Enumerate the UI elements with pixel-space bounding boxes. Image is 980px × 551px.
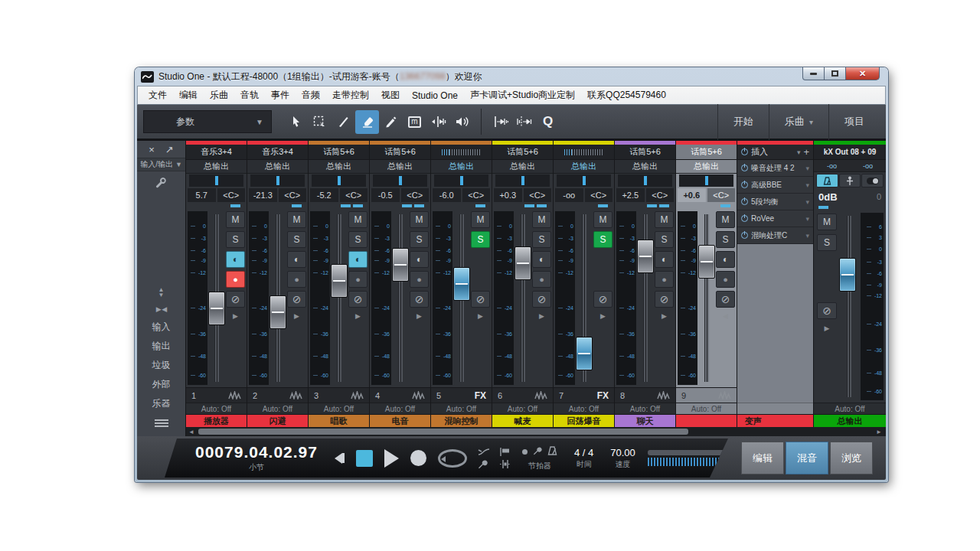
- input-gain-knob[interactable]: ⊘: [410, 291, 429, 308]
- params-dropdown[interactable]: 参数 ▼: [143, 110, 272, 133]
- menu-item[interactable]: 编辑: [173, 89, 204, 102]
- input-gain-knob[interactable]: ⊘: [716, 291, 735, 308]
- channel-output-route[interactable]: 总输出: [676, 160, 737, 174]
- setup-wrench-icon[interactable]: [137, 171, 185, 193]
- mute-tool[interactable]: m: [403, 110, 426, 134]
- quantize-tool[interactable]: Q: [536, 110, 560, 134]
- channel-label[interactable]: 喊麦: [492, 414, 553, 427]
- scroll-left-icon[interactable]: ◄: [186, 429, 197, 435]
- io-banks-dropdown[interactable]: 输入/输出▼: [137, 158, 185, 171]
- horizontal-scrollbar[interactable]: ◄ ►: [186, 427, 886, 436]
- automation-mode[interactable]: Auto: Off: [615, 403, 675, 414]
- precount-icon[interactable]: [522, 449, 528, 455]
- close-console-icon[interactable]: ×: [149, 144, 155, 155]
- pan-range-bar[interactable]: [353, 204, 363, 207]
- channel-input-name[interactable]: [554, 145, 614, 160]
- marker-icon[interactable]: [499, 448, 511, 456]
- expand-arrow-icon[interactable]: ▶: [478, 312, 483, 320]
- volume-value[interactable]: -21.3: [249, 188, 277, 202]
- pan-range-bar[interactable]: [414, 204, 424, 207]
- input-gain-knob[interactable]: ⊘: [655, 291, 674, 308]
- narrow-channels-icon[interactable]: ▶ ◀: [137, 301, 185, 318]
- fader[interactable]: [331, 211, 348, 385]
- metronome-setup-icon[interactable]: [533, 445, 542, 458]
- sidebar-bank-输出[interactable]: 输出: [137, 337, 185, 356]
- power-icon[interactable]: [741, 181, 748, 188]
- channel-input-name[interactable]: 话筒5+6: [492, 145, 553, 160]
- scrollbar-thumb[interactable]: [198, 429, 688, 435]
- comp-tool[interactable]: [512, 110, 536, 134]
- menu-item[interactable]: 文件: [142, 89, 173, 102]
- pan-value[interactable]: <C>: [217, 188, 246, 202]
- power-icon[interactable]: [741, 148, 748, 155]
- fader[interactable]: [392, 211, 409, 385]
- input-gain-knob[interactable]: ⊘: [471, 291, 490, 308]
- menu-item[interactable]: 乐曲: [204, 89, 234, 102]
- fader[interactable]: [839, 213, 859, 400]
- headphone-cue-toggle[interactable]: [861, 174, 884, 187]
- metronome-toggle[interactable]: [816, 174, 838, 187]
- record-arm-button[interactable]: ●: [287, 271, 306, 288]
- mute-button[interactable]: M: [348, 211, 368, 228]
- pan-value[interactable]: <C>: [585, 188, 613, 202]
- pan-range-bar[interactable]: [292, 204, 302, 207]
- expand-arrow-icon[interactable]: ▶: [233, 312, 238, 320]
- expand-arrow-icon[interactable]: ▶: [539, 312, 544, 320]
- input-gain-knob[interactable]: ⊘: [348, 291, 368, 308]
- chevron-down-icon[interactable]: ▾: [805, 165, 809, 172]
- fader-handle[interactable]: [637, 240, 654, 273]
- channel-label[interactable]: 聊天: [615, 414, 675, 427]
- fader-handle[interactable]: [514, 246, 531, 280]
- add-insert-icon[interactable]: +: [803, 147, 809, 157]
- view-button-浏览[interactable]: 浏览: [830, 442, 873, 474]
- mute-button[interactable]: M: [226, 211, 245, 228]
- expand-channels-icon[interactable]: ▲▼: [137, 284, 185, 301]
- automation-mode[interactable]: Auto: Off: [554, 403, 614, 414]
- volume-value[interactable]: -6.0: [433, 188, 461, 202]
- return-to-start-button[interactable]: [335, 453, 345, 464]
- volume-value[interactable]: 5.7: [188, 188, 216, 202]
- mute-button[interactable]: M: [817, 214, 837, 230]
- volume-value[interactable]: +0.6: [678, 188, 706, 202]
- mute-button[interactable]: M: [410, 211, 429, 228]
- pan-range-bar[interactable]: [475, 204, 485, 207]
- channel-input-name[interactable]: [431, 145, 492, 160]
- sidebar-bank-外部[interactable]: 外部: [137, 375, 185, 394]
- solo-button[interactable]: S: [226, 231, 245, 248]
- channel-output-route[interactable]: 总输出: [431, 160, 492, 174]
- fader[interactable]: [208, 211, 225, 385]
- fader[interactable]: [453, 211, 470, 385]
- channel-output-route[interactable]: 总输出: [247, 160, 308, 174]
- listen-tool[interactable]: [450, 110, 474, 134]
- solo-button[interactable]: S: [655, 231, 674, 248]
- record-button[interactable]: [410, 450, 426, 466]
- pan-range-bar[interactable]: [402, 204, 412, 207]
- channel-output-route[interactable]: 总输出: [615, 160, 675, 174]
- channel-input-name[interactable]: 音乐3+4: [247, 145, 308, 160]
- power-icon[interactable]: [741, 232, 748, 239]
- main-out-name[interactable]: kX Out 08 + 09: [814, 145, 886, 160]
- fader-handle[interactable]: [392, 248, 409, 282]
- pan-slider[interactable]: [373, 174, 427, 187]
- monitor-button[interactable]: ◐: [226, 251, 245, 268]
- menu-item[interactable]: 声卡调试+Studio商业定制: [464, 89, 581, 102]
- console-menu-icon[interactable]: [137, 413, 185, 433]
- view-switch-button[interactable]: 乐曲▾: [769, 104, 828, 140]
- automation-mode[interactable]: Auto: Off: [247, 403, 308, 414]
- record-arm-button[interactable]: ●: [532, 271, 551, 288]
- input-gain-knob[interactable]: ⊘: [817, 302, 837, 319]
- fader-handle[interactable]: [698, 245, 715, 279]
- pan-slider[interactable]: [434, 174, 488, 187]
- pan-slider[interactable]: [679, 174, 733, 187]
- arrow-tool[interactable]: [284, 110, 308, 134]
- bend-tool[interactable]: [426, 110, 450, 134]
- pan-range-bar[interactable]: [647, 204, 657, 207]
- channel-label[interactable]: 闪避: [247, 414, 308, 427]
- metronome-icon[interactable]: [547, 445, 557, 458]
- sidebar-bank-乐器[interactable]: 乐器: [137, 394, 185, 413]
- channel-output-route[interactable]: 总输出: [370, 160, 430, 174]
- channel-label[interactable]: 播放器: [186, 414, 247, 427]
- chevron-down-icon[interactable]: ▾: [805, 232, 809, 240]
- insert-slot[interactable]: 高级BBE▾: [737, 177, 813, 194]
- pan-slider[interactable]: [618, 174, 672, 187]
